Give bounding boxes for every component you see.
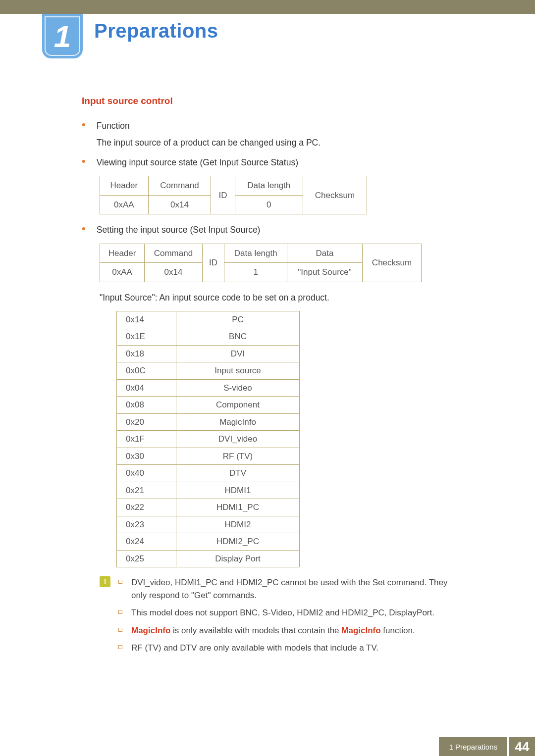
td: 0x40 <box>117 465 176 482</box>
table-set-source: Header Command ID Data length Data Check… <box>100 244 422 282</box>
page-top-band <box>0 0 535 14</box>
table-row: Header Command ID Data length Data Check… <box>100 244 422 263</box>
td: PC <box>176 311 300 328</box>
note-item: This model does not support BNC, S-Video… <box>118 606 453 619</box>
td: Component <box>176 397 300 414</box>
table-row: 0x40DTV <box>117 465 300 482</box>
table-row: 0x0CInput source <box>117 362 300 380</box>
note-item: RF (TV) and DTV are only available with … <box>118 642 453 655</box>
td: 0xAA <box>100 195 149 214</box>
th-id: ID <box>202 244 224 282</box>
page-footer: 1 Preparations 44 <box>0 737 535 756</box>
square-bullet-icon <box>118 610 122 614</box>
note-text: DVI_video, HDMI1_PC and HDMI2_PC cannot … <box>131 576 453 602</box>
bullet-function: • Function The input source of a product… <box>82 119 453 150</box>
notes-block: ! DVI_video, HDMI1_PC and HDMI2_PC canno… <box>100 576 453 659</box>
square-bullet-icon <box>118 580 122 584</box>
td: HDMI1 <box>176 482 300 499</box>
th-datalen: Data length <box>224 244 287 263</box>
th-command: Command <box>148 176 211 196</box>
table-row: 0x14PC <box>117 311 300 328</box>
th-checksum: Checksum <box>303 176 367 214</box>
table-row: 0x1FDVI_video <box>117 431 300 448</box>
bullet-icon: • <box>82 223 86 236</box>
bullet-label: Viewing input source state (Get Input So… <box>97 156 453 169</box>
th-checksum: Checksum <box>363 244 422 282</box>
th-id: ID <box>211 176 235 214</box>
td: 0x30 <box>117 448 176 465</box>
footer-label: 1 Preparations <box>439 737 507 756</box>
input-source-note: "Input Source": An input source code to … <box>100 291 453 304</box>
td: "Input Source" <box>287 263 363 282</box>
th-header: Header <box>100 244 145 263</box>
td: MagicInfo <box>176 413 300 431</box>
table-row: 0x04S-video <box>117 379 300 397</box>
chapter-title: Preparations <box>94 20 218 42</box>
td: 0x21 <box>117 482 176 499</box>
td: Display Port <box>176 550 300 567</box>
td: 0 <box>235 195 303 214</box>
td: RF (TV) <box>176 448 300 465</box>
td: 0x22 <box>117 499 176 516</box>
th-datalen: Data length <box>235 176 303 196</box>
bullet-icon: • <box>82 156 86 169</box>
td: 0x0C <box>117 362 176 380</box>
table-row: 0x30RF (TV) <box>117 448 300 465</box>
td: 1 <box>224 263 287 282</box>
table-row: 0x21HDMI1 <box>117 482 300 499</box>
td: DTV <box>176 465 300 482</box>
td: 0x14 <box>145 263 203 282</box>
table-row: Header Command ID Data length Checksum <box>100 176 367 196</box>
chapter-number: 1 <box>45 16 80 56</box>
table-row: 0x25Display Port <box>117 550 300 567</box>
table-get-status: Header Command ID Data length Checksum 0… <box>100 176 367 214</box>
bullet-text: The input source of a product can be cha… <box>97 136 453 149</box>
td: S-video <box>176 379 300 397</box>
note-text: RF (TV) and DTV are only available with … <box>131 642 378 655</box>
warning-icon: ! <box>100 576 110 587</box>
td: 0x18 <box>117 345 176 362</box>
table-row: 0x22HDMI1_PC <box>117 499 300 516</box>
td: 0x04 <box>117 379 176 397</box>
magicinfo-emph: MagicInfo <box>341 626 380 635</box>
table-row: 0x23HDMI2 <box>117 516 300 533</box>
td: 0x14 <box>117 311 176 328</box>
table-row: 0x24HDMI2_PC <box>117 533 300 551</box>
td: 0x23 <box>117 516 176 533</box>
td: HDMI2 <box>176 516 300 533</box>
note-text: MagicInfo is only available with models … <box>131 624 415 637</box>
bullet-set-source: • Setting the input source (Set Input So… <box>82 223 453 236</box>
td: DVI_video <box>176 431 300 448</box>
th-command: Command <box>145 244 203 263</box>
footer-page-number: 44 <box>507 737 535 756</box>
table-row: 0x20MagicInfo <box>117 413 300 431</box>
bullet-get-status: • Viewing input source state (Get Input … <box>82 156 453 169</box>
td: BNC <box>176 328 300 346</box>
bullet-label: Setting the input source (Set Input Sour… <box>97 223 453 236</box>
note-item: MagicInfo is only available with models … <box>118 624 453 637</box>
td: 0x20 <box>117 413 176 431</box>
td: 0x08 <box>117 397 176 414</box>
chapter-badge: 1 <box>42 14 83 58</box>
table-row: 0x1EBNC <box>117 328 300 346</box>
td: DVI <box>176 345 300 362</box>
td: Input source <box>176 362 300 380</box>
th-header: Header <box>100 176 149 196</box>
bullet-icon: • <box>82 119 86 150</box>
page-content: Input source control • Function The inpu… <box>82 94 453 659</box>
td: 0x1F <box>117 431 176 448</box>
td: 0x14 <box>148 195 211 214</box>
table-input-codes: 0x14PC0x1EBNC0x18DVI0x0CInput source0x04… <box>116 311 300 568</box>
square-bullet-icon <box>118 645 122 649</box>
note-text: This model does not support BNC, S-Video… <box>131 606 434 619</box>
magicinfo-emph: MagicInfo <box>131 626 170 635</box>
td: 0x24 <box>117 533 176 551</box>
square-bullet-icon <box>118 628 122 632</box>
td: 0xAA <box>100 263 145 282</box>
section-heading: Input source control <box>82 94 453 108</box>
table-row: 0x08Component <box>117 397 300 414</box>
table-row: 0x18DVI <box>117 345 300 362</box>
bullet-label: Function <box>97 119 453 132</box>
td: HDMI1_PC <box>176 499 300 516</box>
th-data: Data <box>287 244 363 263</box>
